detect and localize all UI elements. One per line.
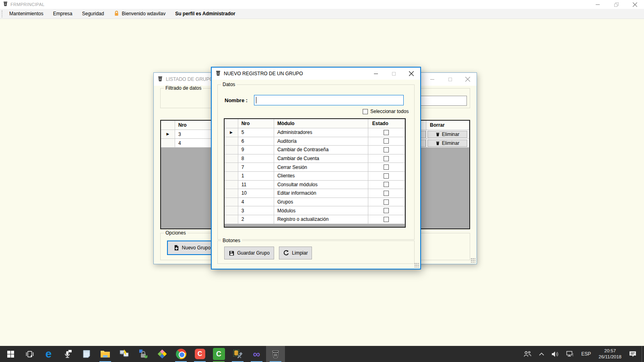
network-tray-button[interactable] (563, 346, 578, 362)
selector-header-cell[interactable] (225, 119, 238, 128)
close-icon (633, 2, 637, 7)
datos-group-label: Datos (221, 82, 237, 87)
camtasia-studio-icon: C (213, 348, 225, 360)
menu-item-mantenimientos[interactable]: Mantenimientos (4, 9, 48, 19)
estado-checkbox[interactable] (384, 217, 389, 222)
visual-studio-button[interactable]: ∞ (247, 346, 266, 362)
table-empty-area (225, 224, 405, 227)
action-center-button[interactable] (625, 346, 640, 362)
cortana-microphone-button[interactable] (58, 346, 77, 362)
notepad-button[interactable] (77, 346, 96, 362)
dialog-titlebar[interactable]: NUEVO REGISTRO DE UN GRUPO (212, 68, 420, 80)
listado-close-button[interactable] (459, 73, 477, 86)
nro-header-cell[interactable]: Nro (238, 119, 274, 128)
guardar-grupo-button[interactable]: Guardar Grupo (224, 247, 274, 259)
estado-checkbox[interactable] (384, 138, 389, 144)
menu-item-welcome[interactable]: Bienvenido wdavilav (109, 9, 170, 19)
file-explorer-button[interactable] (96, 346, 115, 362)
estado-checkbox[interactable] (384, 173, 389, 179)
table-row[interactable]: 4 Grupos (225, 198, 405, 207)
estado-checkbox[interactable] (384, 200, 389, 205)
table-row[interactable]: 6 Auditoría (225, 137, 405, 146)
minimize-icon (430, 79, 434, 80)
menu-grip-icon (2, 10, 2, 17)
table-row[interactable]: 10 Editar información (225, 189, 405, 198)
sql-tools-icon (233, 349, 243, 359)
app-shield-icon (215, 70, 221, 77)
tortoise-git-button[interactable] (153, 346, 171, 362)
action-center-icon (629, 351, 636, 358)
main-window-title: FRMPRINCIPAL (10, 2, 45, 7)
menu-item-empresa[interactable]: Empresa (48, 9, 77, 19)
estado-checkbox[interactable] (384, 147, 389, 152)
eliminar-button[interactable]: Eliminar (427, 140, 467, 147)
listado-minimize-button[interactable] (423, 73, 441, 86)
camtasia-studio-button[interactable]: C (209, 346, 228, 362)
main-close-button[interactable] (625, 0, 644, 9)
table-row[interactable]: 8 Cambiar de Cuenta (225, 154, 405, 163)
nuevo-grupo-button[interactable]: Nuevo Grupo (167, 241, 217, 255)
nombre-input[interactable] (254, 95, 404, 105)
table-row[interactable]: ▶ 5 Administradores (225, 128, 405, 137)
borrar-header-cell[interactable]: Borrar (426, 121, 469, 130)
row-selector-arrow-icon: ▶ (167, 132, 169, 136)
estado-checkbox[interactable] (384, 191, 389, 196)
edge-button[interactable]: e (39, 346, 58, 362)
remote-desktop-icon (120, 350, 129, 358)
volume-tray-button[interactable] (548, 346, 563, 362)
people-tray-button[interactable] (520, 346, 535, 362)
main-restore-button[interactable] (607, 0, 625, 9)
camtasia-recorder-button[interactable]: C (190, 346, 209, 362)
tortoise-svn-button[interactable] (134, 346, 153, 362)
dialog-title: NUEVO REGISTRO DE UN GRUPO (224, 71, 303, 76)
dialog-maximize-button[interactable] (385, 68, 402, 80)
start-button[interactable] (1, 346, 20, 362)
tray-overflow-button[interactable] (535, 346, 548, 362)
language-indicator[interactable]: ESP (578, 346, 594, 362)
estado-header-cell[interactable]: Estado (368, 119, 405, 128)
table-row[interactable]: 11 Consultar módulos (225, 181, 405, 189)
listado-maximize-button[interactable] (441, 73, 459, 86)
estado-checkbox[interactable] (384, 208, 389, 213)
clock[interactable]: 20:57 26/11/2018 (594, 348, 625, 360)
modulos-table-header: Nro Mòdulo Estado (225, 119, 405, 128)
remote-desktop-button[interactable] (115, 346, 134, 362)
select-all-checkbox[interactable] (363, 109, 368, 114)
selector-header-cell[interactable] (161, 121, 175, 130)
close-icon (465, 77, 470, 82)
chrome-button[interactable] (171, 346, 190, 362)
sql-server-tools-button[interactable] (228, 346, 247, 362)
task-view-button[interactable] (20, 346, 39, 362)
menu-profile-label: Su perfil es Administrador (170, 9, 240, 19)
botones-group-label: Botones (221, 238, 242, 243)
git-diamond-icon (157, 349, 167, 359)
menu-bar: Mantenimientos Empresa Seguridad Bienven… (0, 9, 644, 19)
table-row[interactable]: 9 Cambiar de Contraseña (225, 146, 405, 154)
resize-grip[interactable] (471, 258, 475, 263)
frmprincipal-app-button[interactable] (266, 346, 285, 362)
nombre-input-field[interactable] (254, 95, 403, 105)
app-shield-icon (157, 76, 163, 83)
limpiar-button[interactable]: Limpiar (279, 247, 312, 259)
dialog-close-button[interactable] (402, 68, 420, 80)
estado-checkbox[interactable] (384, 156, 389, 161)
dialog-minimize-button[interactable] (367, 68, 385, 80)
windows-logo-icon (7, 351, 14, 358)
table-row[interactable]: 3 Módulos (225, 206, 405, 215)
show-desktop-button[interactable] (642, 346, 644, 362)
table-row[interactable]: 7 Cerrar Sesión (225, 163, 405, 172)
estado-checkbox[interactable] (384, 165, 389, 170)
table-row[interactable]: 1 Clientes (225, 172, 405, 181)
estado-checkbox[interactable] (384, 182, 389, 187)
select-all-row: Seleccionar todos (363, 109, 409, 114)
clock-time: 20:57 (599, 348, 621, 354)
eliminar-button[interactable]: Eliminar (427, 131, 467, 138)
table-row[interactable]: 2 Registro o actualización (225, 215, 405, 224)
clock-date: 26/11/2018 (599, 354, 621, 360)
estado-checkbox[interactable] (384, 130, 389, 135)
modulo-header-cell[interactable]: Mòdulo (274, 119, 368, 128)
text-caret (256, 97, 256, 103)
menu-item-seguridad[interactable]: Seguridad (77, 9, 109, 19)
main-minimize-button[interactable] (588, 0, 607, 9)
resize-grip[interactable] (414, 263, 419, 267)
